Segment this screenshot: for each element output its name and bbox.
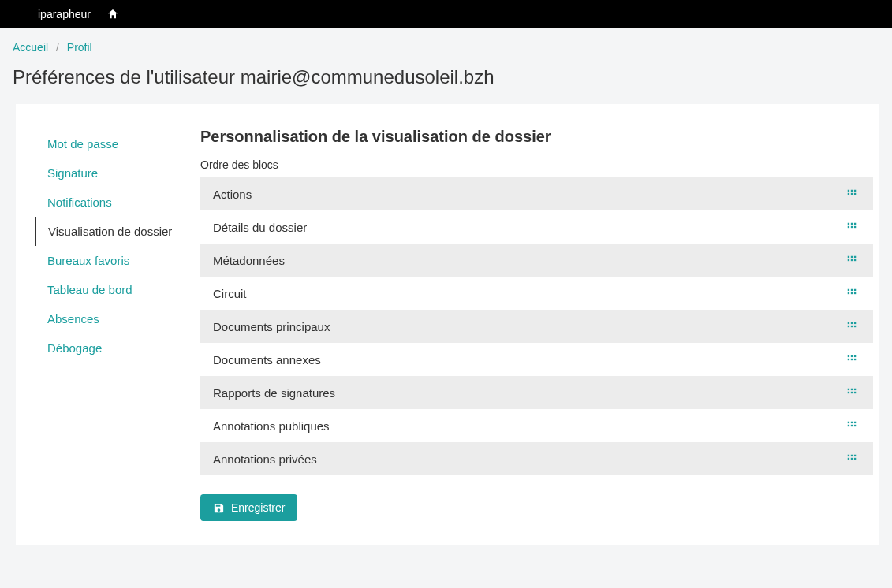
breadcrumb-separator: /: [56, 41, 59, 54]
sidebar-item-label: Notifications: [47, 195, 112, 209]
svg-rect-44: [854, 422, 856, 423]
svg-rect-4: [851, 193, 853, 195]
block-label: Documents annexes: [213, 353, 321, 367]
block-label: Documents principaux: [213, 320, 330, 333]
block-label: Détails du dossier: [213, 221, 307, 234]
svg-rect-52: [851, 458, 853, 460]
svg-rect-6: [848, 223, 849, 225]
content-card: Mot de passeSignatureNotificationsVisual…: [16, 104, 879, 545]
block-label: Métadonnées: [213, 254, 285, 267]
svg-rect-49: [851, 455, 853, 456]
breadcrumb-home[interactable]: Accueil: [13, 41, 48, 54]
svg-rect-1: [851, 190, 853, 192]
sidebar-item[interactable]: Absences: [35, 304, 185, 333]
block-row[interactable]: Documents principaux: [200, 310, 873, 343]
svg-rect-0: [848, 190, 849, 192]
sidebar-item[interactable]: Débogage: [35, 333, 185, 363]
svg-rect-33: [848, 359, 849, 360]
subsection-label: Ordre des blocs: [200, 158, 873, 171]
svg-rect-23: [854, 292, 856, 294]
svg-rect-15: [848, 259, 849, 261]
svg-rect-2: [854, 190, 856, 192]
drag-handle-icon[interactable]: [843, 450, 860, 467]
drag-handle-icon[interactable]: [843, 285, 860, 302]
sidebar-item[interactable]: Bureaux favoris: [35, 246, 185, 275]
sidebar-item-label: Absences: [47, 312, 99, 326]
block-row[interactable]: Documents annexes: [200, 343, 873, 376]
svg-rect-36: [848, 389, 849, 390]
svg-rect-5: [854, 193, 856, 195]
drag-handle-icon[interactable]: [843, 417, 860, 434]
svg-rect-43: [851, 422, 853, 423]
breadcrumb: Accueil / Profil: [13, 41, 879, 54]
top-bar: iparapheur: [0, 0, 892, 28]
svg-rect-25: [851, 322, 853, 324]
svg-rect-9: [848, 226, 849, 228]
svg-rect-46: [851, 425, 853, 426]
svg-rect-47: [854, 425, 856, 426]
svg-rect-21: [848, 292, 849, 294]
svg-rect-26: [854, 322, 856, 324]
svg-rect-30: [848, 355, 849, 357]
drag-handle-icon[interactable]: [843, 251, 860, 269]
svg-rect-45: [848, 425, 849, 426]
svg-rect-11: [854, 226, 856, 228]
svg-rect-16: [851, 259, 853, 261]
svg-rect-50: [854, 455, 856, 456]
svg-rect-48: [848, 455, 849, 456]
sidebar-item[interactable]: Tableau de bord: [35, 275, 185, 304]
drag-handle-icon[interactable]: [843, 351, 860, 368]
block-row[interactable]: Actions: [200, 177, 873, 210]
svg-rect-31: [851, 355, 853, 357]
sidebar-item-label: Bureaux favoris: [47, 254, 129, 267]
page-title: Préférences de l'utilisateur mairie@comm…: [13, 66, 879, 88]
svg-rect-12: [848, 256, 849, 258]
svg-rect-7: [851, 223, 853, 225]
svg-rect-27: [848, 326, 849, 327]
save-button[interactable]: Enregistrer: [200, 494, 297, 521]
block-label: Circuit: [213, 287, 247, 300]
sidebar-item-label: Mot de passe: [47, 137, 118, 151]
block-row[interactable]: Rapports de signatures: [200, 376, 873, 409]
block-row[interactable]: Métadonnées: [200, 244, 873, 277]
breadcrumb-current[interactable]: Profil: [67, 41, 92, 54]
home-icon[interactable]: [106, 8, 119, 20]
svg-rect-41: [854, 392, 856, 393]
svg-rect-32: [854, 355, 856, 357]
svg-rect-35: [854, 359, 856, 360]
svg-rect-38: [854, 389, 856, 390]
svg-rect-34: [851, 359, 853, 360]
svg-rect-51: [848, 458, 849, 460]
svg-rect-39: [848, 392, 849, 393]
sidebar-item[interactable]: Signature: [35, 158, 185, 188]
drag-handle-icon[interactable]: [843, 218, 860, 236]
block-row[interactable]: Annotations publiques: [200, 409, 873, 442]
block-label: Annotations publiques: [213, 419, 330, 433]
sidebar-item[interactable]: Visualisation de dossier: [35, 217, 185, 246]
block-row[interactable]: Circuit: [200, 277, 873, 310]
sidebar-item-label: Signature: [47, 166, 98, 180]
block-row[interactable]: Annotations privées: [200, 442, 873, 475]
svg-rect-29: [854, 326, 856, 327]
section-title: Personnalisation de la visualisation de …: [200, 128, 873, 146]
svg-rect-42: [848, 422, 849, 423]
drag-handle-icon[interactable]: [843, 318, 860, 335]
sidebar: Mot de passeSignatureNotificationsVisual…: [35, 128, 185, 521]
drag-handle-icon[interactable]: [843, 384, 860, 401]
block-row[interactable]: Détails du dossier: [200, 210, 873, 244]
svg-rect-28: [851, 326, 853, 327]
svg-rect-53: [854, 458, 856, 460]
svg-rect-22: [851, 292, 853, 294]
svg-rect-40: [851, 392, 853, 393]
sidebar-item[interactable]: Notifications: [35, 188, 185, 217]
save-icon: [213, 502, 225, 514]
svg-rect-20: [854, 289, 856, 291]
svg-rect-3: [848, 193, 849, 195]
svg-rect-14: [854, 256, 856, 258]
svg-rect-19: [851, 289, 853, 291]
sidebar-item[interactable]: Mot de passe: [35, 129, 185, 158]
drag-handle-icon[interactable]: [843, 185, 860, 203]
sidebar-item-label: Tableau de bord: [47, 283, 132, 296]
svg-rect-24: [848, 322, 849, 324]
svg-rect-8: [854, 223, 856, 225]
